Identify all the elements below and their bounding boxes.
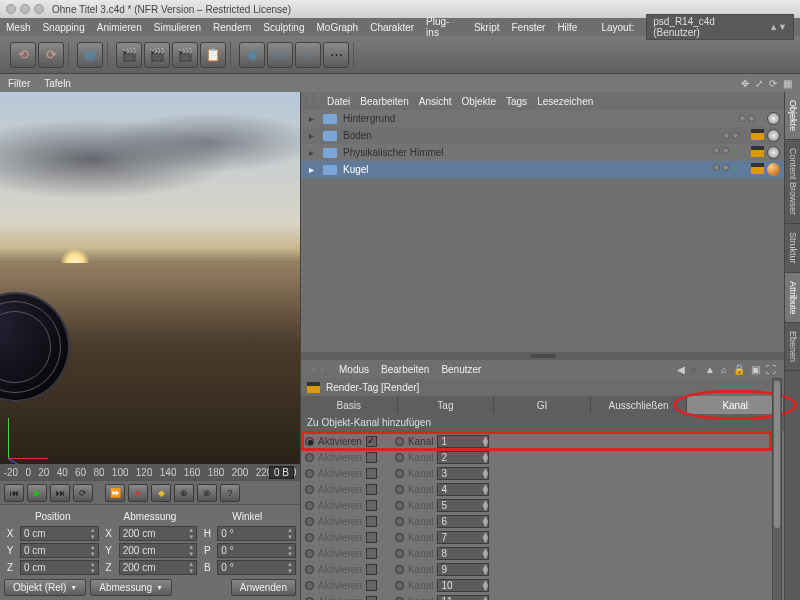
aktivieren-radio[interactable] — [305, 565, 314, 574]
menu-hilfe[interactable]: Hilfe — [557, 22, 577, 33]
aktivieren-checkbox[interactable] — [366, 484, 377, 495]
render-settings-button[interactable]: 🎬 — [172, 42, 198, 68]
redo-button[interactable]: ⟳ — [38, 42, 64, 68]
traffic-lights[interactable] — [6, 4, 44, 14]
kanal-value-field[interactable]: 6▲▼ — [437, 515, 489, 528]
aktivieren-checkbox[interactable] — [366, 516, 377, 527]
aktivieren-radio[interactable] — [305, 549, 314, 558]
material-tag-icon[interactable] — [767, 146, 780, 159]
tool-cube-icon[interactable]: ▦ — [77, 42, 103, 68]
kanal-value-field[interactable]: 4▲▼ — [437, 483, 489, 496]
kanal-radio[interactable] — [395, 453, 404, 462]
kanal-radio[interactable] — [395, 581, 404, 590]
sidetab-ebenen[interactable]: Ebenen — [785, 323, 800, 371]
render-tag-icon[interactable] — [751, 163, 764, 174]
primitive-more-button[interactable]: ⋯ — [323, 42, 349, 68]
menu-mesh[interactable]: Mesh — [6, 22, 30, 33]
apply-button[interactable]: Anwenden — [231, 579, 296, 596]
kanal-value-field[interactable]: 9▲▼ — [437, 563, 489, 576]
kanal-radio[interactable] — [395, 565, 404, 574]
render-tag-icon[interactable] — [751, 129, 764, 140]
render-region-button[interactable]: 🎬 — [144, 42, 170, 68]
expand-icon[interactable]: ▸ — [309, 130, 317, 141]
attr-menu-modus[interactable]: Modus — [339, 364, 369, 375]
aktivieren-radio[interactable] — [305, 581, 314, 590]
kanal-value-field[interactable]: 2▲▼ — [437, 451, 489, 464]
goto-end-button[interactable]: ⏭ — [50, 484, 70, 502]
menu-animieren[interactable]: Animieren — [97, 22, 142, 33]
history-back-icon[interactable]: ◀ — [677, 364, 685, 375]
aktivieren-checkbox[interactable] — [366, 596, 377, 601]
attr-menu-benutzer[interactable]: Benutzer — [441, 364, 481, 375]
timeline-ruler[interactable]: -20 0 20 40 60 80 100 120 140 160 180 20… — [0, 464, 300, 480]
aktivieren-radio[interactable] — [305, 517, 314, 526]
menu-rendern[interactable]: Rendern — [213, 22, 251, 33]
aktivieren-radio[interactable] — [305, 597, 314, 601]
om-menu-datei[interactable]: Datei — [327, 96, 350, 107]
material-tag-icon[interactable] — [767, 163, 780, 176]
kanal-value-field[interactable]: 7▲▼ — [437, 531, 489, 544]
primitive-plane-button[interactable]: ▭ — [267, 42, 293, 68]
kanal-value-field[interactable]: 5▲▼ — [437, 499, 489, 512]
om-menu-lesezeichen[interactable]: Lesezeichen — [537, 96, 593, 107]
key-help-button[interactable]: ? — [220, 484, 240, 502]
aktivieren-checkbox[interactable] — [366, 500, 377, 511]
lock-icon[interactable]: 🔒 — [733, 364, 745, 375]
om-item[interactable]: ▸Hintergrund — [301, 110, 784, 127]
next-key-button[interactable]: ⏩ — [105, 484, 125, 502]
kanal-radio[interactable] — [395, 501, 404, 510]
menu-snapping[interactable]: Snapping — [42, 22, 84, 33]
primitive-light-button[interactable]: ☼ — [295, 42, 321, 68]
expand-icon[interactable]: ▸ — [309, 164, 317, 175]
tab-gi[interactable]: GI — [494, 396, 591, 414]
undo-button[interactable]: ⟲ — [10, 42, 36, 68]
aktivieren-checkbox[interactable] — [366, 436, 377, 447]
goto-start-button[interactable]: ⏮ — [4, 484, 24, 502]
ang-p-field[interactable]: 0 °▲▼ — [217, 543, 296, 558]
render-queue-button[interactable]: 📋 — [200, 42, 226, 68]
tab-tag[interactable]: Tag — [398, 396, 495, 414]
aktivieren-checkbox[interactable] — [366, 580, 377, 591]
autokey-button[interactable]: ◆ — [151, 484, 171, 502]
up-icon[interactable]: ▲ — [705, 364, 715, 375]
play-button[interactable]: ▶ — [27, 484, 47, 502]
expand-icon[interactable]: ▸ — [309, 147, 317, 158]
kanal-value-field[interactable]: 3▲▼ — [437, 467, 489, 480]
pos-x-field[interactable]: 0 cm▲▼ — [20, 526, 99, 541]
kanal-value-field[interactable]: 1▲▼ — [437, 435, 489, 448]
om-menu-tags[interactable]: Tags — [506, 96, 527, 107]
panel-grip-icon[interactable]: ⋮⋮ — [309, 364, 327, 374]
record-button[interactable]: ● — [128, 484, 148, 502]
tab-kanal[interactable]: Kanal — [687, 396, 784, 414]
pos-y-field[interactable]: 0 cm▲▼ — [20, 543, 99, 558]
dim-z-field[interactable]: 200 cm▲▼ — [119, 560, 198, 575]
visibility-dots[interactable]: ✓ — [713, 147, 739, 158]
menu-fenster[interactable]: Fenster — [511, 22, 545, 33]
key-pos-button[interactable]: ⊕ — [174, 484, 194, 502]
aktivieren-checkbox[interactable] — [366, 532, 377, 543]
tab-ausschliessen[interactable]: Ausschließen — [591, 396, 688, 414]
resize-handle[interactable] — [301, 352, 784, 360]
aktivieren-radio[interactable] — [305, 485, 314, 494]
aktivieren-radio[interactable] — [305, 501, 314, 510]
kanal-radio[interactable] — [395, 517, 404, 526]
pos-z-field[interactable]: 0 cm▲▼ — [20, 560, 99, 575]
nav-arrows-icon[interactable]: ✥ — [741, 78, 749, 89]
om-item[interactable]: ▸Physikalischer Himmel✓ — [301, 144, 784, 161]
maximize-icon[interactable]: ⛶ — [766, 364, 776, 375]
menu-sculpting[interactable]: Sculpting — [263, 22, 304, 33]
attr-menu-bearbeiten[interactable]: Bearbeiten — [381, 364, 429, 375]
rotate-icon[interactable]: ⟳ — [769, 78, 777, 89]
kanal-radio[interactable] — [395, 485, 404, 494]
material-tag-icon[interactable] — [767, 129, 780, 142]
panels-icon[interactable]: ▦ — [783, 78, 792, 89]
om-menu-bearbeiten[interactable]: Bearbeiten — [360, 96, 408, 107]
ang-b-field[interactable]: 0 °▲▼ — [217, 560, 296, 575]
filter-menu[interactable]: Filter — [8, 78, 30, 89]
render-button[interactable]: 🎬 — [116, 42, 142, 68]
material-tag-icon[interactable] — [767, 112, 780, 125]
kanal-radio[interactable] — [395, 437, 404, 446]
aktivieren-radio[interactable] — [305, 533, 314, 542]
aktivieren-checkbox[interactable] — [366, 452, 377, 463]
kanal-radio[interactable] — [395, 597, 404, 601]
